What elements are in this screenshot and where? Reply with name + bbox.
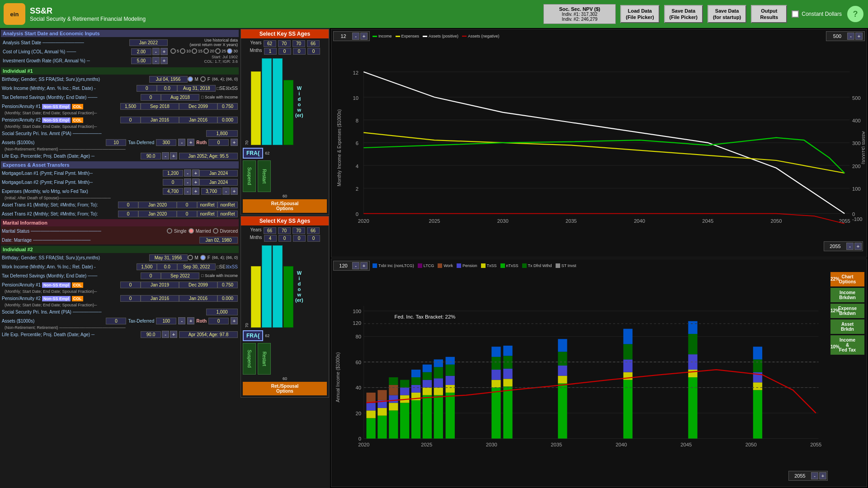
- years-20-opt[interactable]: 20: [203, 48, 214, 54]
- ss2-year-66-2[interactable]: 66: [307, 227, 320, 234]
- ind1-taxdef-minus[interactable]: -: [178, 139, 185, 146]
- after-death-minus[interactable]: -: [222, 188, 230, 195]
- ss2-slider-bar-1[interactable]: [251, 266, 261, 328]
- igr-input[interactable]: 5.00: [131, 57, 151, 64]
- output-results-button[interactable]: OutputResults: [751, 5, 787, 23]
- ind1-roth-plus[interactable]: +: [231, 139, 238, 146]
- ss1-year-70-2[interactable]: 70: [292, 40, 305, 47]
- chart2-year-minus[interactable]: -: [811, 472, 818, 479]
- years-15-opt[interactable]: 15: [192, 48, 203, 54]
- chart1-scale-minus[interactable]: -: [847, 33, 854, 40]
- ind2-taxdef-date-input[interactable]: Sep 2022: [161, 272, 199, 279]
- ind2-lifeexp-input[interactable]: 90.0: [141, 331, 161, 338]
- marriage-date-input[interactable]: Jan 02, 1980: [199, 237, 238, 244]
- ss2-slider-bar-4[interactable]: [283, 266, 293, 328]
- ind1-lifeexp-minus[interactable]: -: [162, 152, 169, 160]
- ss1-slider-bar-2[interactable]: [262, 58, 272, 145]
- ind1-assets-non-ret[interactable]: 10: [106, 139, 126, 146]
- ind2-pia-input[interactable]: 1,000: [206, 309, 238, 315]
- mortgage1-date[interactable]: Jan 2024: [199, 170, 238, 177]
- ind2-pension2-spousal[interactable]: 0.000: [217, 295, 238, 302]
- chart2-year-plus[interactable]: +: [819, 472, 826, 479]
- ss1-year-70-1[interactable]: 70: [278, 40, 291, 47]
- at1-from[interactable]: nonRet: [197, 202, 217, 208]
- ind1-ret-date-input[interactable]: Aug 31, 2018: [177, 85, 216, 92]
- ss1-slider-bar-1[interactable]: [251, 71, 261, 145]
- ind1-pension1-input[interactable]: 1,500: [120, 103, 141, 110]
- save-data-startup-button[interactable]: Save Data(for startup): [708, 5, 746, 23]
- at2-from[interactable]: nonRet: [197, 211, 217, 217]
- mortgage2-date[interactable]: Jan 2024: [199, 179, 238, 186]
- chart1-years-input[interactable]: [335, 33, 351, 39]
- col-plus-btn[interactable]: +: [160, 48, 168, 55]
- years-10-opt[interactable]: 10: [180, 48, 191, 54]
- ind2-lifeexp-plus[interactable]: +: [170, 331, 177, 338]
- chart2-minus-btn[interactable]: -: [352, 262, 359, 269]
- mortgage1-plus[interactable]: +: [192, 169, 199, 177]
- years-30-opt[interactable]: 30: [227, 48, 238, 54]
- at2-start[interactable]: Jan 2020: [138, 211, 177, 217]
- married-radio[interactable]: [189, 228, 194, 234]
- ind1-work-input[interactable]: 0: [137, 85, 157, 92]
- at1-monthly[interactable]: 0: [118, 202, 138, 208]
- mortgage2-minus[interactable]: -: [184, 178, 191, 186]
- ss2-year-66[interactable]: 66: [264, 227, 276, 234]
- analysis-start-date-input[interactable]: Jan 2022: [129, 39, 168, 46]
- chart1-year-minus[interactable]: -: [846, 243, 854, 250]
- ss2-restart-btn[interactable]: Restart: [258, 343, 271, 375]
- ind1-pension2-input[interactable]: 0: [120, 117, 141, 123]
- after-death-input[interactable]: 3,700: [201, 188, 222, 195]
- ind2-pension1-input[interactable]: 0: [120, 282, 141, 288]
- ind1-taxdef-plus[interactable]: +: [187, 139, 194, 146]
- ind2-lifeexp-minus[interactable]: -: [162, 331, 169, 338]
- ss2-mnth-4[interactable]: 4: [264, 235, 277, 242]
- ind1-pension1-spousal[interactable]: 0.750: [217, 103, 238, 110]
- ind2-taxdef-minus[interactable]: -: [178, 317, 185, 324]
- chart2-plus-btn[interactable]: +: [360, 262, 368, 269]
- at2-months[interactable]: 0: [177, 211, 197, 217]
- chart1-end-year-input[interactable]: [825, 244, 845, 249]
- load-data-button[interactable]: Load Data(File Picker): [620, 5, 659, 23]
- save-data-filepicker-button[interactable]: Save Data(File Picker): [664, 5, 703, 23]
- chart1-plus-btn[interactable]: +: [360, 33, 368, 40]
- mortgage2-input[interactable]: 0: [163, 179, 183, 186]
- mortgage2-plus[interactable]: +: [192, 178, 199, 186]
- ss1-mnth-0-3[interactable]: 0: [307, 48, 320, 55]
- ss1-slider-bar-3[interactable]: [273, 58, 283, 145]
- ss2-ret-spousal-btn[interactable]: Ret./SpousalOptions: [243, 382, 327, 395]
- ind1-taxdef-date-input[interactable]: Aug 2018: [161, 94, 199, 101]
- chart1-year-plus[interactable]: +: [854, 243, 862, 250]
- ss1-mnth-1[interactable]: 1: [264, 48, 277, 55]
- mortgage1-input[interactable]: 1,200: [163, 170, 183, 177]
- ind1-pia-input[interactable]: 1,800: [206, 130, 238, 137]
- ind2-assets-non-ret[interactable]: 0: [106, 318, 126, 324]
- ind1-lifeexp-input[interactable]: 90.0: [141, 153, 161, 160]
- ss2-suspend-btn[interactable]: Suspend: [243, 343, 256, 375]
- ind1-taxdef-input[interactable]: 0: [141, 94, 161, 101]
- asset-brkdn-btn[interactable]: AssetBrkdn: [830, 319, 864, 334]
- ss2-slider-bar-3[interactable]: [273, 245, 283, 328]
- chart1-minus-btn[interactable]: -: [352, 33, 359, 40]
- monthly-exp-minus[interactable]: -: [184, 188, 191, 195]
- igr-plus-btn[interactable]: +: [160, 57, 168, 64]
- ss2-year-70-1[interactable]: 70: [278, 227, 291, 234]
- ind2-tax-def-input[interactable]: 100: [156, 318, 176, 324]
- at2-to[interactable]: nonRet: [217, 211, 238, 217]
- ind2-roth-input[interactable]: 0: [208, 318, 229, 324]
- ind2-taxdef-input[interactable]: 0: [141, 272, 161, 279]
- ind1-tax-def-input[interactable]: 300: [156, 139, 176, 146]
- at2-monthly[interactable]: 0: [118, 211, 138, 217]
- help-button[interactable]: ?: [846, 5, 864, 23]
- igr-minus-btn[interactable]: -: [152, 57, 160, 64]
- ss1-year-66[interactable]: 66: [307, 40, 320, 47]
- ind1-pension2-end[interactable]: Jan 2016: [179, 117, 217, 123]
- ss2-mnth-0-2[interactable]: 0: [293, 235, 306, 242]
- divorced-radio[interactable]: [213, 228, 218, 234]
- ind2-work-input[interactable]: 1,500: [137, 263, 157, 270]
- monthly-exp-input[interactable]: 4,700: [163, 188, 183, 195]
- mortgage1-minus[interactable]: -: [184, 169, 191, 177]
- constant-dollars-checkbox[interactable]: [792, 10, 799, 18]
- ind2-pension1-start[interactable]: Jan 2019: [141, 282, 179, 288]
- at1-months[interactable]: 0: [177, 202, 197, 208]
- ind2-pension1-end[interactable]: Dec 2099: [179, 282, 217, 288]
